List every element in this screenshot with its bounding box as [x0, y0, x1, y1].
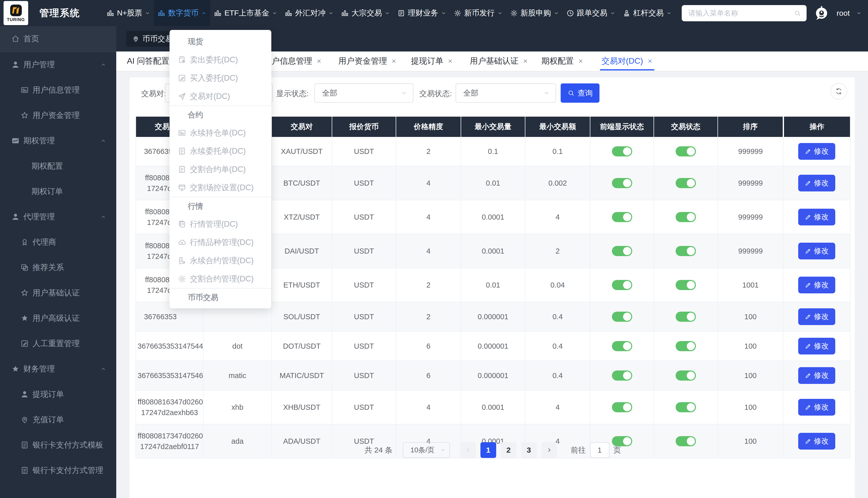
menu-search-input[interactable]	[682, 5, 807, 21]
dropdown-menu-entry[interactable]: 交割合约管理(DC)	[169, 270, 271, 288]
page-tab[interactable]: 用户基础认证	[470, 51, 528, 70]
edit-button[interactable]: 修改	[798, 143, 835, 160]
top-nav-item[interactable]: 新股申购	[506, 0, 563, 26]
page-size-select[interactable]: 10条/页	[403, 442, 450, 458]
trade-status-toggle[interactable]	[676, 341, 696, 351]
next-page-button[interactable]	[541, 442, 557, 458]
sidebar-item[interactable]: 代理商	[0, 230, 116, 255]
top-nav-item[interactable]: ETF上市基金	[210, 0, 281, 26]
dropdown-menu-entry[interactable]: 交割合约单(DC)	[169, 160, 271, 179]
display-status-toggle[interactable]	[612, 212, 632, 222]
close-icon[interactable]	[316, 58, 322, 64]
display-status-toggle[interactable]	[612, 402, 632, 412]
sidebar-item[interactable]: 推荐关系	[0, 255, 116, 280]
dropdown-menu-entry[interactable]: 行情	[169, 197, 271, 215]
dropdown-menu-entry[interactable]: 币币交易	[169, 288, 271, 306]
top-nav-item[interactable]: 理财业务	[394, 0, 450, 26]
dropdown-menu-entry[interactable]: 合约	[169, 105, 271, 124]
prev-page-button[interactable]	[460, 442, 476, 458]
top-nav-item[interactable]: 数字货币	[154, 0, 210, 26]
sidebar-item[interactable]: 用户基础认证	[0, 280, 116, 305]
sidebar-item[interactable]: 首页	[0, 26, 116, 52]
trade-status-toggle[interactable]	[676, 146, 696, 156]
sidebar-item[interactable]: 期权管理	[0, 128, 116, 154]
display-status-toggle[interactable]	[612, 146, 632, 156]
dropdown-menu-entry[interactable]: 行情管理(DC)	[169, 215, 271, 233]
sidebar-item[interactable]: 用户高级认证	[0, 305, 116, 331]
display-status-toggle[interactable]	[612, 341, 632, 351]
edit-button[interactable]: 修改	[798, 243, 835, 259]
sidebar-item[interactable]: 用户信息管理	[0, 77, 116, 103]
edit-button-label: 修改	[814, 280, 829, 290]
sidebar-item[interactable]: 提现订单	[0, 382, 116, 407]
close-icon[interactable]	[391, 58, 397, 64]
edit-button[interactable]: 修改	[798, 367, 835, 384]
page-tab[interactable]: 用户资金管理	[338, 51, 397, 70]
edit-button[interactable]: 修改	[798, 175, 835, 192]
trade-status-toggle[interactable]	[676, 312, 696, 322]
display-status-toggle[interactable]	[612, 246, 632, 256]
dropdown-menu-entry[interactable]: 永续持仓单(DC)	[169, 124, 271, 142]
dropdown-menu-entry[interactable]: 永续委托单(DC)	[169, 142, 271, 160]
dropdown-menu-entry[interactable]: 交割场控设置(DC)	[169, 179, 271, 197]
display-status-toggle[interactable]	[612, 312, 632, 322]
avatar[interactable]	[813, 5, 830, 22]
close-icon[interactable]	[647, 58, 653, 64]
top-nav-item[interactable]: 大宗交易	[337, 0, 394, 26]
edit-button[interactable]: 修改	[798, 277, 835, 293]
page-tab[interactable]: 提现订单	[411, 51, 453, 70]
page-tab[interactable]: 期权配置	[541, 51, 584, 70]
edit-button[interactable]: 修改	[798, 338, 835, 354]
trade-status-toggle[interactable]	[676, 280, 696, 290]
sidebar-item[interactable]: 人工重置管理	[0, 331, 116, 356]
trade-status-toggle[interactable]	[676, 178, 696, 188]
close-icon[interactable]	[447, 58, 453, 64]
sidebar-item[interactable]: 财务管理	[0, 356, 116, 382]
top-nav-item[interactable]: 外汇对冲	[281, 0, 337, 26]
trade-status-select[interactable]: 全部	[456, 83, 556, 103]
display-status-toggle[interactable]	[612, 370, 632, 381]
page-tab[interactable]: 用户信息管理	[264, 51, 322, 70]
sidebar-item[interactable]: 期权订单	[0, 179, 116, 204]
dropdown-menu-entry[interactable]: 现货	[169, 32, 271, 51]
pencil-icon	[805, 343, 812, 350]
trade-status-toggle[interactable]	[676, 370, 696, 381]
sidebar-item[interactable]: 银行卡支付方式模板	[0, 432, 116, 458]
page-tab[interactable]: 交易对(DC)	[601, 51, 653, 70]
user-name[interactable]: root	[837, 9, 850, 17]
close-icon[interactable]	[578, 58, 584, 64]
top-nav-item[interactable]: 杠杆交易	[619, 0, 675, 26]
refresh-button[interactable]	[830, 83, 847, 100]
page-number-button[interactable]: 1	[481, 442, 496, 458]
dropdown-menu-entry[interactable]: 交易对(DC)	[169, 87, 271, 105]
edit-button[interactable]: 修改	[798, 308, 835, 325]
display-status-toggle[interactable]	[612, 280, 632, 290]
sidebar-item[interactable]: 期权配置	[0, 154, 116, 179]
trade-status-toggle[interactable]	[676, 246, 696, 256]
edit-button[interactable]: 修改	[798, 399, 835, 416]
dropdown-menu-entry[interactable]: 永续合约管理(DC)	[169, 251, 271, 270]
dropdown-menu-entry[interactable]: 行情品种管理(DC)	[169, 233, 271, 251]
dropdown-menu-entry[interactable]: 买入委托(DC)	[169, 69, 271, 87]
nav-item-icon	[106, 9, 114, 17]
sidebar-item[interactable]: 充值订单	[0, 407, 116, 432]
top-nav-item[interactable]: 跟单交易	[563, 0, 619, 26]
sidebar-item[interactable]: 银行卡支付方式管理	[0, 458, 116, 483]
edit-button[interactable]: 修改	[798, 209, 835, 225]
display-status-select[interactable]: 全部	[315, 83, 413, 103]
dropdown-menu-entry[interactable]: 卖出委托(DC)	[169, 51, 271, 69]
sidebar-item[interactable]: 用户资金管理	[0, 103, 116, 128]
sidebar-item[interactable]: 用户管理	[0, 52, 116, 77]
search-button[interactable]: 查询	[561, 83, 599, 103]
display-status-toggle[interactable]	[612, 178, 632, 188]
page-number-button[interactable]: 2	[501, 442, 516, 458]
goto-page-input[interactable]	[590, 442, 609, 458]
page-number-button[interactable]: 3	[521, 442, 537, 458]
sidebar-item[interactable]: 代理管理	[0, 204, 116, 230]
trade-status-toggle[interactable]	[676, 212, 696, 222]
top-nav-item[interactable]: 新币发行	[450, 0, 506, 26]
close-icon[interactable]	[523, 58, 528, 64]
top-nav-item[interactable]: N+股票	[103, 0, 154, 26]
user-chevron-down-icon[interactable]	[856, 11, 861, 16]
trade-status-toggle[interactable]	[676, 402, 696, 412]
